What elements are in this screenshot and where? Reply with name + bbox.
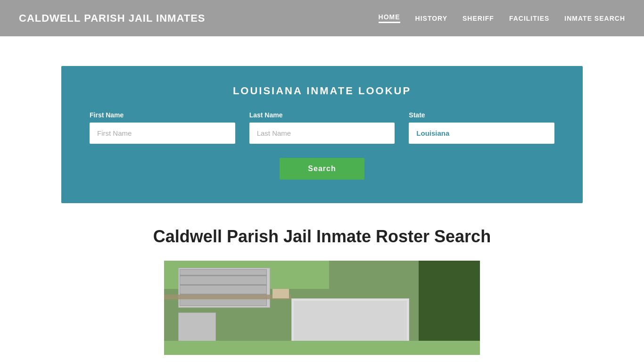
- nav-facilities[interactable]: FACILITIES: [509, 15, 549, 22]
- lookup-section: LOUISIANA INMATE LOOKUP First Name Last …: [61, 66, 583, 203]
- nav-sheriff[interactable]: SHERIFF: [462, 15, 494, 22]
- site-title: CALDWELL PARISH JAIL INMATES: [19, 12, 206, 25]
- roster-title: Caldwell Parish Jail Inmate Roster Searc…: [61, 227, 583, 247]
- lookup-title: LOUISIANA INMATE LOOKUP: [90, 85, 554, 97]
- last-name-group: Last Name: [249, 111, 395, 144]
- content-section: Caldwell Parish Jail Inmate Roster Searc…: [0, 203, 644, 355]
- form-row: First Name Last Name State: [90, 111, 554, 144]
- main-nav: HOME HISTORY SHERIFF FACILITIES INMATE S…: [379, 13, 625, 23]
- search-btn-row: Search: [90, 158, 554, 180]
- state-group: State: [409, 111, 554, 144]
- search-button[interactable]: Search: [280, 158, 364, 180]
- last-name-label: Last Name: [249, 111, 395, 119]
- state-input[interactable]: [409, 123, 554, 144]
- nav-history[interactable]: HISTORY: [415, 15, 447, 22]
- site-header: CALDWELL PARISH JAIL INMATES HOME HISTOR…: [0, 0, 644, 38]
- aerial-image: [164, 261, 480, 355]
- first-name-label: First Name: [90, 111, 235, 119]
- state-label: State: [409, 111, 554, 119]
- first-name-input[interactable]: [90, 123, 235, 144]
- nav-home[interactable]: HOME: [379, 13, 400, 23]
- bottom-field: [164, 341, 480, 355]
- nav-inmate-search[interactable]: INMATE SEARCH: [564, 15, 625, 22]
- last-name-input[interactable]: [249, 123, 395, 144]
- top-spacer: [0, 38, 644, 66]
- roof-line-2: [180, 284, 267, 286]
- small-struct: [272, 289, 289, 298]
- first-name-group: First Name: [90, 111, 235, 144]
- roof-line-1: [180, 275, 267, 276]
